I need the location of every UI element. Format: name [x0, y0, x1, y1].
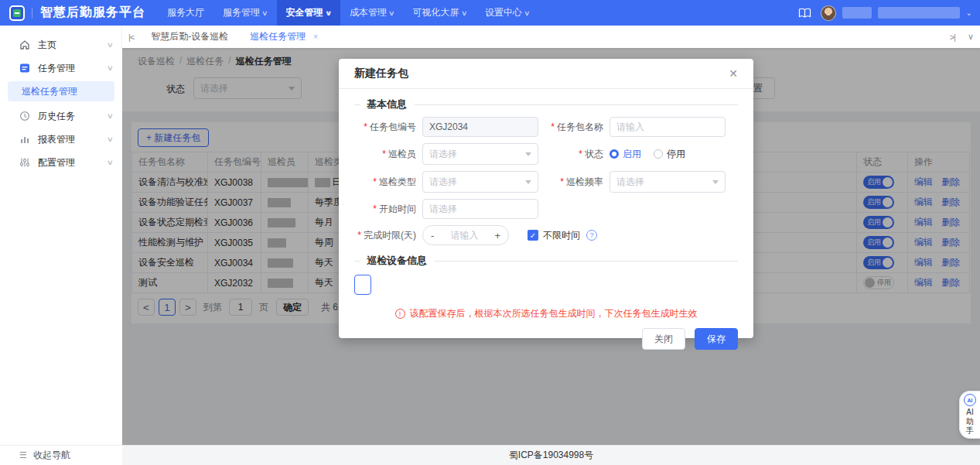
collapse-nav-button[interactable]: ☰ 收起导航 — [0, 445, 122, 465]
user-org-redacted — [878, 7, 960, 19]
user-name-redacted — [842, 7, 872, 19]
top-nav-service-hall[interactable]: 服务大厅 — [158, 0, 213, 26]
code-label: 任务包编号 — [354, 121, 422, 134]
ai-assistant-button[interactable]: AI AI 助 手 — [959, 391, 980, 439]
unlimited-time-checkbox[interactable]: ✓ 不限时间 — [528, 229, 580, 242]
tab-close-icon[interactable]: × — [313, 32, 318, 41]
tab-device-inspection[interactable]: 智慧后勤-设备巡检 — [140, 30, 239, 43]
modal-footer: 关闭 保存 — [339, 320, 753, 350]
warning-icon: ! — [395, 309, 405, 319]
sidebar-item-report-mgmt[interactable]: 报表管理 ∨ — [0, 128, 122, 151]
app-logo-icon — [9, 5, 25, 21]
top-nav-dashboard[interactable]: 可视化大屏∨ — [404, 0, 476, 26]
app-header: 智慧后勤服务平台 服务大厅 服务管理∨ 安全管理∨ 成本管理∨ 可视化大屏∨ 设… — [0, 0, 980, 26]
section-basic-info: 基本信息 — [354, 95, 738, 114]
modal-close-button[interactable]: 关闭 — [642, 328, 685, 350]
sidebar-item-home[interactable]: 主页 ∨ — [0, 33, 122, 56]
chevron-down-icon — [525, 152, 531, 156]
start-time-input[interactable] — [422, 199, 538, 219]
help-icon[interactable]: ? — [586, 230, 597, 241]
status-label: 状态 — [548, 148, 610, 161]
sliders-icon — [19, 157, 30, 168]
chevron-down-icon — [525, 180, 531, 184]
history-icon — [19, 111, 30, 121]
sidebar-item-task-mgmt[interactable]: 任务管理 ∨ — [0, 56, 122, 80]
radio-disabled[interactable]: 停用 — [654, 148, 685, 161]
tabs-menu-icon[interactable]: ∨ — [961, 32, 980, 42]
ai-assistant-label: AI 助 手 — [966, 408, 974, 436]
app-title: 智慧后勤服务平台 — [40, 5, 145, 21]
modal-title: 新建任务包 — [354, 67, 408, 80]
chevron-down-icon: ∨ — [261, 9, 268, 17]
task-icon — [19, 63, 30, 74]
tabs-scroll-right-icon[interactable]: >| — [944, 32, 961, 42]
chevron-down-icon: ∨ — [107, 159, 114, 166]
modal-warning: ! 该配置保存后，根据本次所选任务包生成时间，下次任务包生成时生效 — [354, 307, 738, 320]
task-code-input — [422, 117, 538, 137]
sidebar-item-history-tasks[interactable]: 历史任务 ∨ — [0, 104, 122, 128]
add-device-button[interactable] — [354, 275, 371, 295]
frequency-select[interactable]: 请选择 — [610, 171, 726, 193]
deadline-placeholder[interactable]: 请输入 — [434, 229, 494, 242]
chevron-down-icon — [712, 180, 719, 184]
tabs-scroll-left-icon[interactable]: |< — [122, 32, 140, 42]
sidebar: 主页 ∨ 任务管理 ∨ 巡检任务管理 历史任务 ∨ 报表管理 ∨ 配置管理 ∨ … — [0, 26, 122, 465]
page-footer: 蜀ICP备19034998号 — [122, 445, 980, 465]
chevron-down-icon: ∨ — [107, 112, 114, 120]
tab-bar: |< 智慧后勤-设备巡检 巡检任务管理 × >| ∨ — [122, 26, 980, 48]
modal-save-button[interactable]: 保存 — [695, 328, 738, 350]
radio-dot — [610, 149, 619, 159]
chevron-down-icon: ∨ — [388, 9, 395, 17]
app: { "header": { "brand": "智慧后勤服务平台", "nav"… — [0, 0, 980, 465]
inspection-type-select[interactable]: 请选择 — [422, 171, 538, 193]
ai-icon: AI — [964, 394, 976, 406]
sidebar-menu: 主页 ∨ 任务管理 ∨ 巡检任务管理 历史任务 ∨ 报表管理 ∨ 配置管理 ∨ — [0, 26, 122, 174]
handbook-icon[interactable] — [798, 8, 811, 19]
type-label: 巡检类型 — [354, 176, 422, 189]
status-radio-group: 启用 停用 — [610, 148, 698, 161]
brand-divider — [32, 8, 32, 19]
home-icon — [19, 39, 30, 50]
sidebar-item-inspection-task-mgmt[interactable]: 巡检任务管理 — [8, 81, 114, 101]
chevron-down-icon: ∨ — [461, 9, 468, 17]
report-chart-icon — [19, 134, 30, 145]
icp-text: 蜀ICP备19034998号 — [509, 449, 593, 462]
close-icon[interactable]: ✕ — [729, 67, 738, 80]
chevron-down-icon: ∨ — [524, 9, 531, 17]
sidebar-item-config-mgmt[interactable]: 配置管理 ∨ — [0, 151, 122, 174]
tab-inspection-task-mgmt[interactable]: 巡检任务管理 × — [239, 30, 329, 43]
header-right: ⌄ — [798, 5, 972, 21]
name-label: 任务包名称 — [548, 121, 610, 134]
top-nav-service-mgmt[interactable]: 服务管理∨ — [213, 0, 277, 26]
top-nav-cost-mgmt[interactable]: 成本管理∨ — [340, 0, 404, 26]
stepper-plus-button[interactable]: + — [494, 230, 500, 241]
start-time-label: 开始时间 — [354, 203, 422, 216]
user-avatar[interactable] — [821, 5, 836, 21]
modal-header: 新建任务包 ✕ — [339, 59, 753, 89]
deadline-stepper: - 请输入 + — [422, 225, 509, 245]
radio-dot — [654, 149, 663, 159]
task-name-input[interactable] — [610, 117, 726, 137]
frequency-label: 巡检频率 — [548, 176, 610, 189]
top-nav-security-mgmt[interactable]: 安全管理∨ — [277, 0, 340, 26]
chevron-down-icon: ∨ — [107, 64, 114, 72]
section-device-info: 巡检设备信息 — [354, 251, 738, 270]
inspector-select[interactable]: 请选择 — [422, 143, 538, 165]
top-nav: 服务大厅 服务管理∨ 安全管理∨ 成本管理∨ 可视化大屏∨ 设置中心∨ — [158, 0, 539, 26]
top-nav-settings[interactable]: 设置中心∨ — [476, 0, 539, 26]
header-dropdown-tick[interactable]: ⌄ — [966, 9, 972, 17]
modal-body: 基本信息 任务包编号 任务包名称 巡检员 请选择 状态 — [339, 89, 753, 320]
chevron-down-icon: ∨ — [107, 135, 114, 143]
radio-enabled[interactable]: 启用 — [610, 148, 641, 161]
deadline-label: 完成时限(天) — [354, 229, 422, 242]
new-task-package-modal: 新建任务包 ✕ 基本信息 任务包编号 任务包名称 巡检员 请选择 — [339, 59, 753, 338]
chevron-down-icon: ∨ — [107, 41, 114, 49]
chevron-down-icon: ∨ — [324, 9, 332, 17]
checkbox-checked-icon: ✓ — [528, 230, 538, 241]
inspector-label: 巡检员 — [354, 148, 422, 161]
collapse-nav-icon: ☰ — [19, 450, 27, 460]
